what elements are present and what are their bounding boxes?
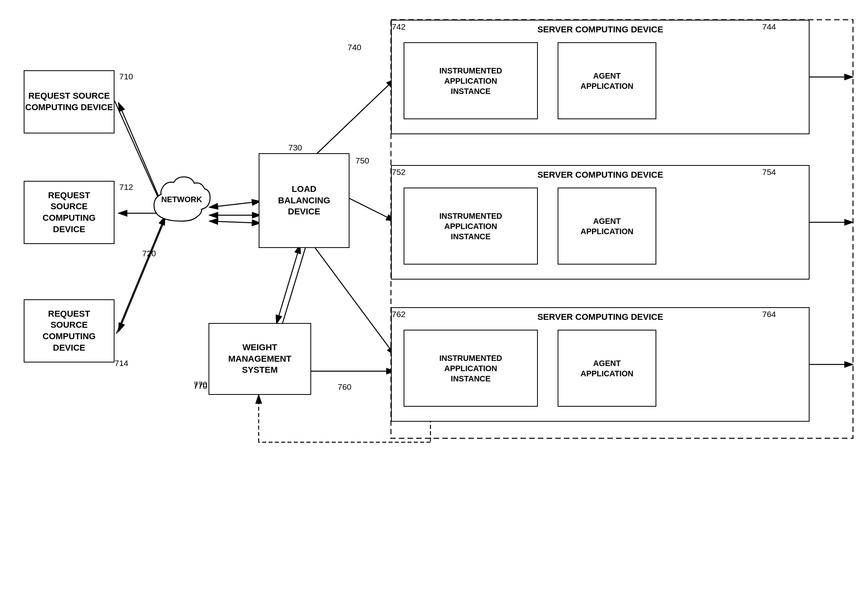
agent-app-3: AGENTAPPLICATION [558,330,656,407]
svg-text:NETWORK: NETWORK [161,195,202,204]
ref-762: 762 [392,310,406,319]
ref-750: 750 [355,156,369,165]
agent-app-1: AGENTAPPLICATION [558,42,656,119]
server-computing-device-2: SERVER COMPUTING DEVICE INSTRUMENTEDAPPL… [391,165,810,280]
agent-app-2-label: AGENTAPPLICATION [581,216,633,237]
load-balancing-device: LOADBALANCINGDEVICE [259,153,349,248]
ref-740: 740 [348,43,361,52]
network-cloud: NETWORK [146,170,217,235]
ref-730: 730 [288,143,302,152]
instrumented-app-1: INSTRUMENTEDAPPLICATIONINSTANCE [404,42,538,119]
instrumented-app-3: INSTRUMENTEDAPPLICATIONINSTANCE [404,330,538,407]
ref-710: 710 [119,72,133,81]
request-source-2-label: REQUESTSOURCECOMPUTINGDEVICE [43,190,96,235]
instrumented-app-1-label: INSTRUMENTEDAPPLICATIONINSTANCE [440,66,502,96]
instrumented-app-2: INSTRUMENTEDAPPLICATIONINSTANCE [404,188,538,265]
request-source-1: REQUEST SOURCE COMPUTING DEVICE [24,70,115,133]
network-cloud-svg: NETWORK [146,170,217,233]
request-source-3: REQUESTSOURCECOMPUTINGDEVICE [24,299,115,362]
request-source-2: REQUESTSOURCECOMPUTINGDEVICE [24,181,115,244]
ref-720: 720 [142,249,156,258]
ref-742: 742 [392,22,406,32]
instrumented-app-2-label: INSTRUMENTEDAPPLICATIONINSTANCE [440,211,502,242]
svg-line-12 [304,79,395,166]
weight-management-system: WEIGHTMANAGEMENTSYSTEM [209,323,311,395]
ref-770-pos: 770 [194,381,207,391]
agent-app-3-label: AGENTAPPLICATION [581,358,633,379]
load-balancing-label: LOADBALANCINGDEVICE [278,184,330,218]
server-computing-device-1: SERVER COMPUTING DEVICE INSTRUMENTEDAPPL… [391,20,810,134]
ref-754: 754 [762,167,776,177]
ref-760: 760 [338,382,351,392]
svg-line-14 [304,233,395,355]
agent-app-1-label: AGENTAPPLICATION [581,71,633,91]
ref-764: 764 [762,310,776,319]
instrumented-app-3-label: INSTRUMENTEDAPPLICATIONINSTANCE [440,353,502,384]
weight-mgmt-label: WEIGHTMANAGEMENTSYSTEM [228,342,291,376]
svg-line-13 [348,197,395,221]
ref-744: 744 [762,22,776,32]
agent-app-2: AGENTAPPLICATION [558,188,656,265]
diagram-container: REQUEST SOURCE COMPUTING DEVICE 710 REQU… [0,0,868,599]
ref-714: 714 [115,359,128,368]
svg-line-15 [276,245,300,324]
request-source-1-label: REQUEST SOURCE COMPUTING DEVICE [24,90,114,113]
server-2-label: SERVER COMPUTING DEVICE [537,170,663,180]
server-computing-device-3: SERVER COMPUTING DEVICE INSTRUMENTEDAPPL… [391,307,810,422]
request-source-3-label: REQUESTSOURCECOMPUTINGDEVICE [43,308,96,353]
ref-752: 752 [392,167,406,177]
server-3-label: SERVER COMPUTING DEVICE [537,312,663,322]
ref-712: 712 [119,182,133,192]
server-1-label: SERVER COMPUTING DEVICE [537,24,663,35]
svg-line-16 [282,246,306,324]
